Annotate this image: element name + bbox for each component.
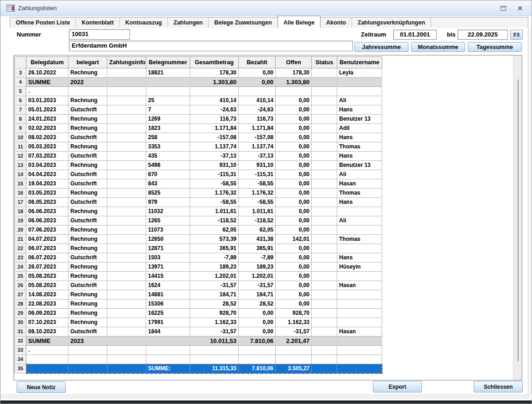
table-cell[interactable] [26, 364, 68, 373]
table-cell[interactable]: 7.810,06 [239, 364, 276, 373]
table-cell[interactable] [68, 87, 107, 96]
kunde-name-input[interactable]: Erfderdamm GmbH [69, 41, 353, 51]
table-cell[interactable]: 0,00 [276, 161, 312, 170]
table-cell[interactable]: 1.202,01 [190, 272, 239, 281]
export-button[interactable]: Export [373, 381, 422, 392]
column-header-gesamtbetrag[interactable]: Gesamtbetrag [190, 56, 239, 68]
row-selector[interactable]: 3 [14, 68, 26, 78]
monatssumme-button[interactable]: Monatssumme [411, 42, 465, 52]
table-cell[interactable]: Gutschrift [68, 152, 107, 161]
table-cell[interactable]: 0,00 [276, 198, 312, 207]
row-selector[interactable]: 25 [14, 272, 26, 281]
table-cell[interactable]: Gutschrift [68, 105, 107, 115]
table-cell[interactable]: 11.315,33 [190, 364, 239, 373]
table-cell[interactable] [337, 337, 382, 346]
table-cell[interactable]: 2022 [68, 78, 107, 87]
row-selector[interactable]: 21 [14, 235, 26, 244]
selected-total-row[interactable]: SUMME:11.315,337.810,063.505,27 [26, 364, 382, 373]
row-selector[interactable]: 22 [14, 244, 26, 253]
table-cell[interactable] [26, 355, 68, 364]
table-cell[interactable]: Rechnung [68, 124, 107, 133]
table-cell[interactable] [312, 364, 337, 373]
table-cell[interactable] [107, 68, 146, 78]
table-cell[interactable] [312, 152, 337, 161]
table-cell[interactable] [107, 364, 146, 373]
column-header-benutzername[interactable]: Benutzername [337, 56, 382, 68]
table-cell[interactable]: -7,89 [239, 253, 276, 263]
table-cell[interactable] [190, 355, 239, 364]
table-cell[interactable] [312, 300, 337, 309]
tab-offene-posten-liste[interactable]: Offene Posten Liste [10, 18, 76, 28]
row-selector[interactable]: 13 [14, 161, 26, 170]
table-cell[interactable]: Rechnung [68, 207, 107, 216]
table-cell[interactable]: Hüseyin [337, 263, 382, 272]
table-cell[interactable]: 15306 [146, 300, 190, 309]
table-cell[interactable]: 11073 [146, 226, 190, 235]
table-cell[interactable]: Gutschrift [68, 216, 107, 226]
table-cell[interactable]: 0,00 [276, 96, 312, 105]
table-cell[interactable]: 1.171,84 [239, 124, 276, 133]
table-cell[interactable]: 07.06.2023 [26, 226, 68, 235]
table-cell[interactable] [107, 300, 146, 309]
table-cell[interactable]: 0,00 [276, 189, 312, 198]
table-cell[interactable] [312, 170, 337, 179]
table-cell[interactable] [107, 244, 146, 253]
nummer-input[interactable]: 10031 [69, 29, 130, 40]
table-cell[interactable]: Leyla [337, 68, 382, 78]
table-cell[interactable]: 08.10.2023 [26, 327, 68, 337]
table-cell[interactable] [312, 68, 337, 78]
table-cell[interactable] [107, 318, 146, 327]
table-cell[interactable] [107, 290, 146, 300]
table-cell[interactable]: 2.201,47 [276, 337, 312, 346]
table-cell[interactable] [312, 281, 337, 290]
table-cell[interactable]: -115,31 [190, 170, 239, 179]
table-cell[interactable]: 431,38 [239, 235, 276, 244]
table-cell[interactable]: -37,13 [239, 152, 276, 161]
row-selector[interactable]: 23 [14, 253, 26, 263]
table-cell[interactable]: 0,00 [276, 300, 312, 309]
table-cell[interactable] [337, 318, 382, 327]
table-cell[interactable]: Gutschrift [68, 253, 107, 263]
table-cell[interactable]: 116,73 [190, 115, 239, 124]
table-cell[interactable] [312, 87, 337, 96]
table-cell[interactable]: 14881 [146, 290, 190, 300]
table-cell[interactable] [312, 355, 337, 364]
table-cell[interactable]: 0,00 [239, 318, 276, 327]
table-cell[interactable] [337, 364, 382, 373]
table-cell[interactable] [312, 124, 337, 133]
table-cell[interactable]: 26.07.2023 [26, 263, 68, 272]
table-cell[interactable] [337, 272, 382, 281]
table-cell[interactable]: 02.02.2023 [26, 124, 68, 133]
table-cell[interactable]: 979 [146, 198, 190, 207]
table-cell[interactable]: 0,00 [276, 142, 312, 152]
table-cell[interactable] [312, 207, 337, 216]
table-cell[interactable]: 17991 [146, 318, 190, 327]
table-cell[interactable]: 04.07.2023 [26, 235, 68, 244]
row-selector[interactable]: 31 [14, 327, 26, 337]
tab-belege-zuweisungen[interactable]: Belege Zuweisungen [209, 18, 278, 28]
table-cell[interactable]: 03.05.2023 [26, 189, 68, 198]
row-selector[interactable]: 29 [14, 309, 26, 318]
table-cell[interactable]: 0,00 [239, 309, 276, 318]
table-cell[interactable]: 0,00 [239, 327, 276, 337]
table-cell[interactable] [107, 189, 146, 198]
table-cell[interactable]: 0,00 [276, 253, 312, 263]
table-cell[interactable]: -31,57 [239, 281, 276, 290]
table-cell[interactable] [107, 327, 146, 337]
table-cell[interactable]: Rechnung [68, 290, 107, 300]
table-cell[interactable]: Ali [337, 170, 382, 179]
table-cell[interactable]: . [26, 87, 68, 96]
table-cell[interactable]: 435 [146, 152, 190, 161]
table-cell[interactable] [68, 346, 107, 355]
table-cell[interactable] [312, 142, 337, 152]
row-selector[interactable]: 7 [14, 105, 26, 115]
table-cell[interactable]: 1823 [146, 124, 190, 133]
row-selector[interactable]: 4 [14, 78, 26, 87]
table-cell[interactable]: -31,57 [276, 327, 312, 337]
table-cell[interactable]: Rechnung [68, 263, 107, 272]
table-cell[interactable] [107, 337, 146, 346]
tab-zahlungen[interactable]: Zahlungen [168, 18, 209, 28]
table-cell[interactable]: -58,55 [190, 198, 239, 207]
table-cell[interactable]: 3.505,27 [276, 364, 312, 373]
table-cell[interactable] [276, 87, 312, 96]
